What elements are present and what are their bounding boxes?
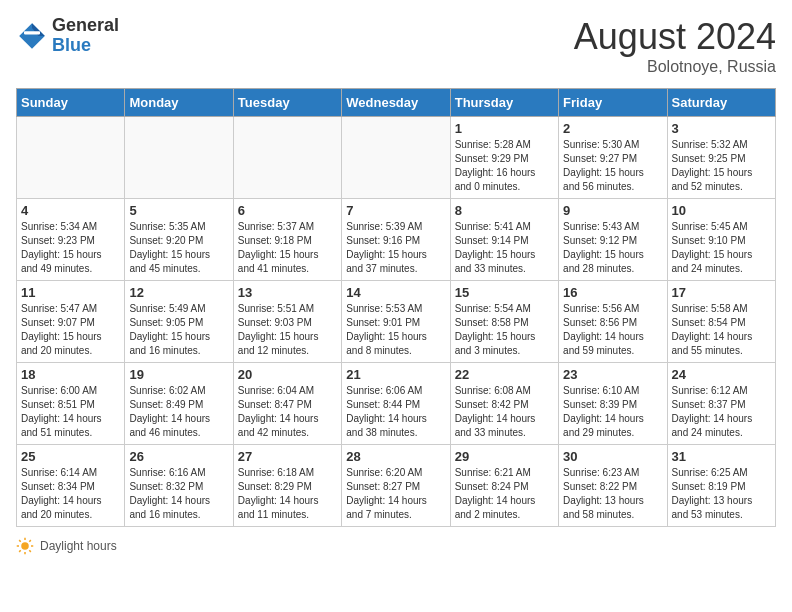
svg-line-9 bbox=[29, 550, 31, 552]
day-info: Sunrise: 5:58 AM Sunset: 8:54 PM Dayligh… bbox=[672, 302, 771, 358]
day-info: Sunrise: 5:45 AM Sunset: 9:10 PM Dayligh… bbox=[672, 220, 771, 276]
calendar-cell: 30Sunrise: 6:23 AM Sunset: 8:22 PM Dayli… bbox=[559, 445, 667, 527]
day-number: 19 bbox=[129, 367, 228, 382]
day-number: 15 bbox=[455, 285, 554, 300]
week-row-3: 11Sunrise: 5:47 AM Sunset: 9:07 PM Dayli… bbox=[17, 281, 776, 363]
day-number: 27 bbox=[238, 449, 337, 464]
day-number: 7 bbox=[346, 203, 445, 218]
week-row-5: 25Sunrise: 6:14 AM Sunset: 8:34 PM Dayli… bbox=[17, 445, 776, 527]
calendar-cell bbox=[17, 117, 125, 199]
calendar-cell: 26Sunrise: 6:16 AM Sunset: 8:32 PM Dayli… bbox=[125, 445, 233, 527]
calendar-cell: 24Sunrise: 6:12 AM Sunset: 8:37 PM Dayli… bbox=[667, 363, 775, 445]
calendar-cell: 11Sunrise: 5:47 AM Sunset: 9:07 PM Dayli… bbox=[17, 281, 125, 363]
logo-general: General bbox=[52, 16, 119, 36]
calendar-cell: 17Sunrise: 5:58 AM Sunset: 8:54 PM Dayli… bbox=[667, 281, 775, 363]
day-number: 11 bbox=[21, 285, 120, 300]
day-header-friday: Friday bbox=[559, 89, 667, 117]
day-number: 17 bbox=[672, 285, 771, 300]
day-number: 16 bbox=[563, 285, 662, 300]
day-number: 13 bbox=[238, 285, 337, 300]
calendar-cell: 8Sunrise: 5:41 AM Sunset: 9:14 PM Daylig… bbox=[450, 199, 558, 281]
week-row-1: 1Sunrise: 5:28 AM Sunset: 9:29 PM Daylig… bbox=[17, 117, 776, 199]
calendar-cell: 15Sunrise: 5:54 AM Sunset: 8:58 PM Dayli… bbox=[450, 281, 558, 363]
calendar-cell: 13Sunrise: 5:51 AM Sunset: 9:03 PM Dayli… bbox=[233, 281, 341, 363]
day-info: Sunrise: 6:16 AM Sunset: 8:32 PM Dayligh… bbox=[129, 466, 228, 522]
location: Bolotnoye, Russia bbox=[574, 58, 776, 76]
calendar-cell: 25Sunrise: 6:14 AM Sunset: 8:34 PM Dayli… bbox=[17, 445, 125, 527]
svg-rect-2 bbox=[24, 31, 40, 34]
calendar-cell: 27Sunrise: 6:18 AM Sunset: 8:29 PM Dayli… bbox=[233, 445, 341, 527]
week-row-2: 4Sunrise: 5:34 AM Sunset: 9:23 PM Daylig… bbox=[17, 199, 776, 281]
calendar-cell: 14Sunrise: 5:53 AM Sunset: 9:01 PM Dayli… bbox=[342, 281, 450, 363]
day-number: 14 bbox=[346, 285, 445, 300]
calendar-cell bbox=[342, 117, 450, 199]
day-number: 6 bbox=[238, 203, 337, 218]
calendar-cell: 28Sunrise: 6:20 AM Sunset: 8:27 PM Dayli… bbox=[342, 445, 450, 527]
day-header-wednesday: Wednesday bbox=[342, 89, 450, 117]
sun-icon bbox=[16, 537, 34, 555]
logo-icon bbox=[16, 20, 48, 52]
calendar-cell: 29Sunrise: 6:21 AM Sunset: 8:24 PM Dayli… bbox=[450, 445, 558, 527]
day-info: Sunrise: 5:30 AM Sunset: 9:27 PM Dayligh… bbox=[563, 138, 662, 194]
day-info: Sunrise: 6:21 AM Sunset: 8:24 PM Dayligh… bbox=[455, 466, 554, 522]
day-number: 5 bbox=[129, 203, 228, 218]
daylight-label: Daylight hours bbox=[40, 539, 117, 553]
day-number: 31 bbox=[672, 449, 771, 464]
day-header-sunday: Sunday bbox=[17, 89, 125, 117]
day-number: 24 bbox=[672, 367, 771, 382]
day-info: Sunrise: 6:02 AM Sunset: 8:49 PM Dayligh… bbox=[129, 384, 228, 440]
calendar-cell: 7Sunrise: 5:39 AM Sunset: 9:16 PM Daylig… bbox=[342, 199, 450, 281]
calendar-cell: 10Sunrise: 5:45 AM Sunset: 9:10 PM Dayli… bbox=[667, 199, 775, 281]
day-number: 25 bbox=[21, 449, 120, 464]
day-info: Sunrise: 6:14 AM Sunset: 8:34 PM Dayligh… bbox=[21, 466, 120, 522]
calendar-cell bbox=[125, 117, 233, 199]
day-number: 3 bbox=[672, 121, 771, 136]
day-info: Sunrise: 5:49 AM Sunset: 9:05 PM Dayligh… bbox=[129, 302, 228, 358]
day-number: 29 bbox=[455, 449, 554, 464]
svg-line-8 bbox=[19, 540, 21, 542]
calendar-cell: 16Sunrise: 5:56 AM Sunset: 8:56 PM Dayli… bbox=[559, 281, 667, 363]
calendar-cell: 23Sunrise: 6:10 AM Sunset: 8:39 PM Dayli… bbox=[559, 363, 667, 445]
day-number: 21 bbox=[346, 367, 445, 382]
day-number: 30 bbox=[563, 449, 662, 464]
day-number: 4 bbox=[21, 203, 120, 218]
day-header-saturday: Saturday bbox=[667, 89, 775, 117]
day-info: Sunrise: 6:23 AM Sunset: 8:22 PM Dayligh… bbox=[563, 466, 662, 522]
day-info: Sunrise: 5:54 AM Sunset: 8:58 PM Dayligh… bbox=[455, 302, 554, 358]
day-info: Sunrise: 5:51 AM Sunset: 9:03 PM Dayligh… bbox=[238, 302, 337, 358]
svg-line-10 bbox=[29, 540, 31, 542]
calendar-cell: 5Sunrise: 5:35 AM Sunset: 9:20 PM Daylig… bbox=[125, 199, 233, 281]
day-info: Sunrise: 6:20 AM Sunset: 8:27 PM Dayligh… bbox=[346, 466, 445, 522]
calendar-table: SundayMondayTuesdayWednesdayThursdayFrid… bbox=[16, 88, 776, 527]
day-info: Sunrise: 6:10 AM Sunset: 8:39 PM Dayligh… bbox=[563, 384, 662, 440]
title-block: August 2024 Bolotnoye, Russia bbox=[574, 16, 776, 76]
day-number: 8 bbox=[455, 203, 554, 218]
day-info: Sunrise: 6:18 AM Sunset: 8:29 PM Dayligh… bbox=[238, 466, 337, 522]
day-info: Sunrise: 5:34 AM Sunset: 9:23 PM Dayligh… bbox=[21, 220, 120, 276]
calendar-cell: 20Sunrise: 6:04 AM Sunset: 8:47 PM Dayli… bbox=[233, 363, 341, 445]
calendar-cell: 31Sunrise: 6:25 AM Sunset: 8:19 PM Dayli… bbox=[667, 445, 775, 527]
calendar-cell: 12Sunrise: 5:49 AM Sunset: 9:05 PM Dayli… bbox=[125, 281, 233, 363]
day-number: 28 bbox=[346, 449, 445, 464]
calendar-cell: 21Sunrise: 6:06 AM Sunset: 8:44 PM Dayli… bbox=[342, 363, 450, 445]
day-info: Sunrise: 5:28 AM Sunset: 9:29 PM Dayligh… bbox=[455, 138, 554, 194]
day-info: Sunrise: 6:12 AM Sunset: 8:37 PM Dayligh… bbox=[672, 384, 771, 440]
day-info: Sunrise: 5:53 AM Sunset: 9:01 PM Dayligh… bbox=[346, 302, 445, 358]
day-info: Sunrise: 5:39 AM Sunset: 9:16 PM Dayligh… bbox=[346, 220, 445, 276]
day-info: Sunrise: 5:56 AM Sunset: 8:56 PM Dayligh… bbox=[563, 302, 662, 358]
day-info: Sunrise: 6:04 AM Sunset: 8:47 PM Dayligh… bbox=[238, 384, 337, 440]
day-number: 10 bbox=[672, 203, 771, 218]
day-number: 22 bbox=[455, 367, 554, 382]
logo: General Blue bbox=[16, 16, 119, 56]
calendar-cell: 22Sunrise: 6:08 AM Sunset: 8:42 PM Dayli… bbox=[450, 363, 558, 445]
day-number: 2 bbox=[563, 121, 662, 136]
day-number: 12 bbox=[129, 285, 228, 300]
logo-blue: Blue bbox=[52, 36, 119, 56]
day-info: Sunrise: 5:35 AM Sunset: 9:20 PM Dayligh… bbox=[129, 220, 228, 276]
day-header-thursday: Thursday bbox=[450, 89, 558, 117]
day-header-tuesday: Tuesday bbox=[233, 89, 341, 117]
page-header: General Blue August 2024 Bolotnoye, Russ… bbox=[16, 16, 776, 76]
day-number: 20 bbox=[238, 367, 337, 382]
calendar-cell: 4Sunrise: 5:34 AM Sunset: 9:23 PM Daylig… bbox=[17, 199, 125, 281]
calendar-cell: 2Sunrise: 5:30 AM Sunset: 9:27 PM Daylig… bbox=[559, 117, 667, 199]
